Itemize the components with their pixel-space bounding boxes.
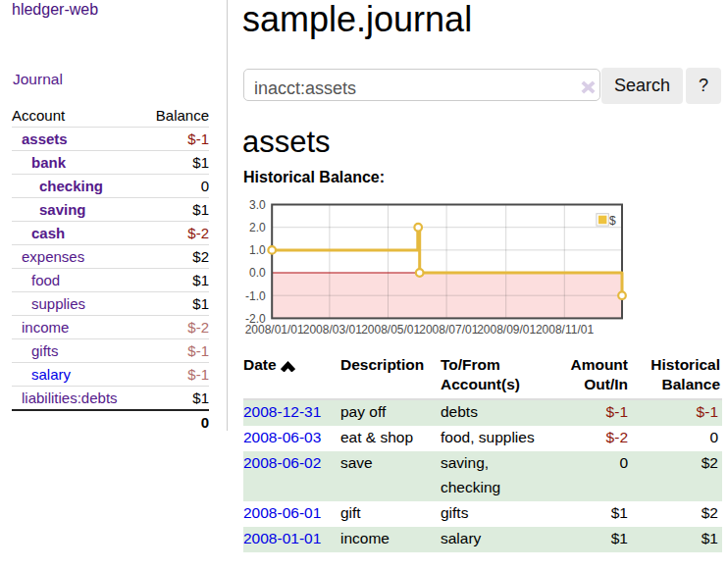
svg-text:2008/05/01: 2008/05/01: [361, 322, 420, 336]
svg-text:3.0: 3.0: [249, 197, 266, 211]
svg-text:2008/09/01: 2008/09/01: [477, 322, 536, 336]
svg-text:2008/07/01: 2008/07/01: [419, 322, 478, 336]
svg-text:2008/01/01: 2008/01/01: [245, 322, 304, 336]
svg-text:1.0: 1.0: [249, 243, 266, 257]
svg-text:2008/11/01: 2008/11/01: [536, 322, 594, 336]
svg-text:-1.0: -1.0: [245, 288, 266, 302]
svg-text:$: $: [609, 213, 616, 227]
svg-text:0.0: 0.0: [249, 266, 266, 280]
svg-text:2.0: 2.0: [249, 221, 266, 234]
svg-text:2008/03/01: 2008/03/01: [303, 322, 362, 336]
